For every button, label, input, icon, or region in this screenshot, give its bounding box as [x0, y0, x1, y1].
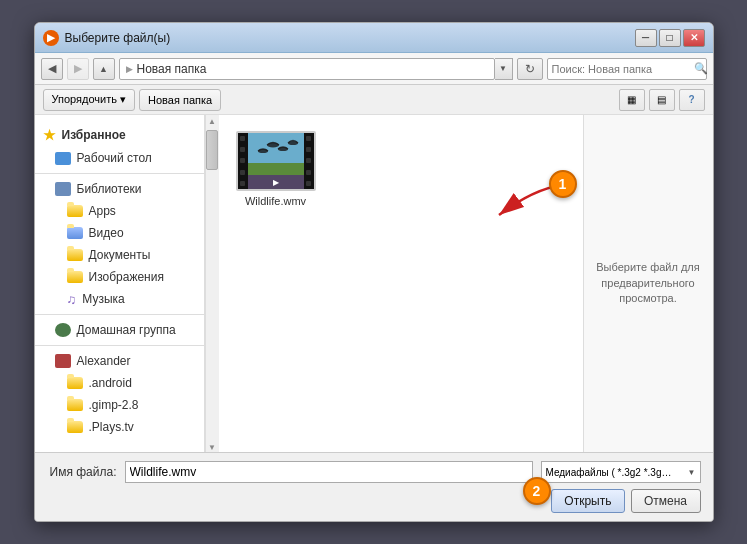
apps-folder-icon	[67, 205, 83, 217]
new-folder-button[interactable]: Новая папка	[139, 89, 221, 111]
sidebar-item-libraries[interactable]: Библиотеки	[35, 178, 204, 200]
images-folder-icon	[67, 271, 83, 283]
organize-button[interactable]: Упорядочить ▾	[43, 89, 136, 111]
favorites-star-icon: ★	[43, 127, 56, 143]
favorites-section: ★ Избранное	[35, 123, 204, 147]
gimp-folder-icon	[67, 399, 83, 411]
documents-label: Документы	[89, 248, 151, 262]
scroll-up-arrow[interactable]: ▲	[208, 117, 216, 126]
address-dropdown[interactable]: ▼	[495, 58, 513, 80]
close-button[interactable]: ✕	[683, 29, 705, 47]
android-label: .android	[89, 376, 132, 390]
step-badge-1: 1	[549, 170, 577, 198]
sidebar-item-plays[interactable]: .Plays.tv	[35, 416, 204, 438]
file-thumbnail-wildlife: ▶	[236, 131, 316, 191]
bottom-bar: Имя файла: Медиафайлы ( *.3g2 *.3gp *.3g…	[35, 452, 713, 521]
vlc-icon: ▶	[43, 30, 59, 46]
apps-label: Apps	[89, 204, 116, 218]
images-label: Изображения	[89, 270, 164, 284]
filetype-label: Медиафайлы ( *.3g2 *.3gp *.3g	[546, 467, 676, 478]
sidebar-item-user[interactable]: Alexander	[35, 350, 204, 372]
path-label: Новая папка	[137, 62, 207, 76]
music-icon: ♫	[67, 292, 77, 307]
maximize-button[interactable]: □	[659, 29, 681, 47]
buttons-row: 2 Открыть Отмена	[47, 489, 701, 513]
plays-label: .Plays.tv	[89, 420, 134, 434]
plays-folder-icon	[67, 421, 83, 433]
play-bar: ▶	[248, 175, 304, 189]
address-breadcrumb[interactable]: ▶ Новая папка	[119, 58, 495, 80]
filename-row: Имя файла: Медиафайлы ( *.3g2 *.3gp *.3g…	[47, 461, 701, 483]
help-button[interactable]: ?	[679, 89, 705, 111]
user-icon	[55, 354, 71, 368]
sidebar-scrollbar[interactable]: ▲ ▼	[205, 115, 219, 452]
filename-label: Имя файла:	[47, 465, 117, 479]
android-folder-icon	[67, 377, 83, 389]
video-folder-icon	[67, 227, 83, 239]
new-folder-label: Новая папка	[148, 94, 212, 106]
documents-folder-icon	[67, 249, 83, 261]
path-arrow: ▶	[126, 64, 133, 74]
title-bar: ▶ Выберите файл(ы) ─ □ ✕	[35, 23, 713, 53]
forward-button[interactable]: ▶	[67, 58, 89, 80]
sidebar-item-apps[interactable]: Apps	[35, 200, 204, 222]
filetype-arrow-icon: ▼	[688, 468, 696, 477]
view-button[interactable]: ▦	[619, 89, 645, 111]
sidebar-item-images[interactable]: Изображения	[35, 266, 204, 288]
address-bar: ◀ ▶ ▲ ▶ Новая папка ▼ ↻ 🔍	[35, 53, 713, 85]
file-area: ▶ Wildlife.wmv 1	[219, 115, 583, 452]
search-input[interactable]	[552, 63, 690, 75]
cancel-button[interactable]: Отмена	[631, 489, 701, 513]
back-button[interactable]: ◀	[41, 58, 63, 80]
scroll-down-arrow[interactable]: ▼	[208, 443, 216, 452]
filetype-dropdown[interactable]: Медиафайлы ( *.3g2 *.3gp *.3g ▼	[541, 461, 701, 483]
filename-input[interactable]	[125, 461, 533, 483]
file-label: Wildlife.wmv	[245, 195, 306, 207]
music-label: Музыка	[82, 292, 124, 306]
play-icon: ▶	[273, 178, 279, 187]
refresh-button[interactable]: ↻	[517, 58, 543, 80]
desktop-icon	[55, 152, 71, 165]
minimize-button[interactable]: ─	[635, 29, 657, 47]
search-icon: 🔍	[694, 62, 708, 75]
window-controls: ─ □ ✕	[635, 29, 705, 47]
open-label: Открыть	[564, 494, 611, 508]
libraries-label: Библиотеки	[77, 182, 142, 196]
preview-text: Выберите файл для предварительного просм…	[596, 260, 701, 306]
window-title: Выберите файл(ы)	[65, 31, 635, 45]
sidebar-item-desktop[interactable]: Рабочий стол	[35, 147, 204, 169]
homegroup-icon	[55, 323, 71, 337]
library-icon	[55, 182, 71, 196]
file-item-wildlife[interactable]: ▶ Wildlife.wmv	[231, 127, 321, 211]
sidebar-item-android[interactable]: .android	[35, 372, 204, 394]
main-content: ★ Избранное Рабочий стол Библиотеки Apps…	[35, 115, 713, 452]
sidebar-item-video[interactable]: Видео	[35, 222, 204, 244]
open-button[interactable]: Открыть	[551, 489, 624, 513]
film-strip-right	[304, 133, 314, 189]
video-label: Видео	[89, 226, 124, 240]
toolbar: Упорядочить ▾ Новая папка ▦ ▤ ?	[35, 85, 713, 115]
scroll-thumb[interactable]	[206, 130, 218, 170]
cancel-label: Отмена	[644, 494, 687, 508]
details-button[interactable]: ▤	[649, 89, 675, 111]
sidebar-item-documents[interactable]: Документы	[35, 244, 204, 266]
search-bar[interactable]: 🔍	[547, 58, 707, 80]
file-grid: ▶ Wildlife.wmv	[219, 115, 583, 223]
desktop-label: Рабочий стол	[77, 151, 152, 165]
favorites-label: Избранное	[62, 128, 126, 142]
sidebar-item-music[interactable]: ♫ Музыка	[35, 288, 204, 310]
up-button[interactable]: ▲	[93, 58, 115, 80]
sidebar-item-gimp[interactable]: .gimp-2.8	[35, 394, 204, 416]
organize-label: Упорядочить ▾	[52, 93, 127, 106]
gimp-label: .gimp-2.8	[89, 398, 139, 412]
step-badge-2: 2	[523, 477, 551, 505]
homegroup-label: Домашная группа	[77, 323, 176, 337]
user-label: Alexander	[77, 354, 131, 368]
sidebar-item-homegroup[interactable]: Домашная группа	[35, 319, 204, 341]
svg-rect-0	[248, 133, 308, 163]
preview-area: Выберите файл для предварительного просм…	[583, 115, 713, 452]
sidebar: ★ Избранное Рабочий стол Библиотеки Apps…	[35, 115, 205, 452]
film-strip-left	[238, 133, 248, 189]
